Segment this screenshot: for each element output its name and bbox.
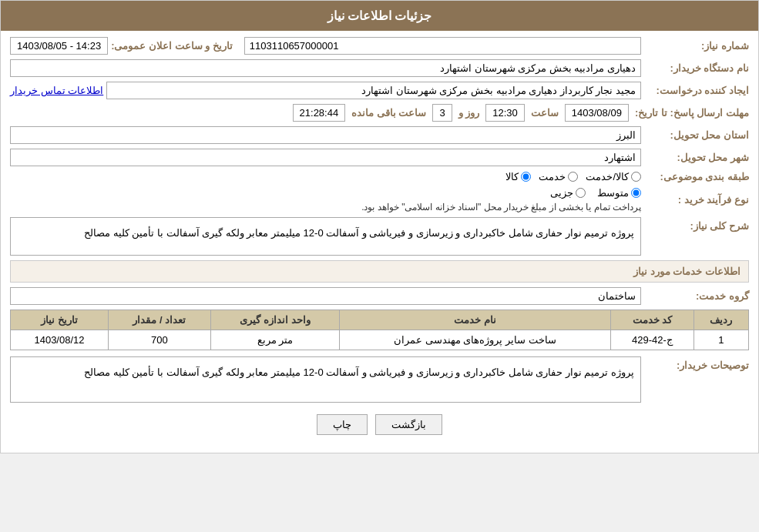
- creator-row: ایجاد کننده درخواست: مجید نجار کاربرداز …: [10, 82, 749, 99]
- response-time: 12:30: [485, 104, 525, 122]
- purchase-radio-group: متوسط جزیی: [10, 187, 641, 199]
- col-row-num: ردیف: [694, 310, 748, 330]
- org-value: دهیاری مرادبیه بخش مرکزی شهرستان اشتهارد: [10, 59, 641, 77]
- need-number-row: شماره نیاز: 1103110657000001 تاریخ و ساع…: [10, 37, 749, 55]
- print-button[interactable]: چاپ: [317, 414, 368, 435]
- services-section-title: اطلاعات خدمات مورد نیاز: [10, 260, 749, 283]
- city-row: شهر محل تحویل: اشتهارد: [10, 149, 749, 166]
- need-number-value: 1103110657000001: [244, 37, 641, 55]
- description-label: شرح کلی نیاز:: [641, 217, 749, 232]
- services-table-body: 1ج-42-429ساخت سایر پروژه‌های مهندسی عمرا…: [11, 330, 749, 350]
- category-label-kala: کالا: [505, 171, 519, 182]
- buyer-desc-label: توصیحات خریدار:: [641, 356, 749, 371]
- creator-value: مجید نجار کاربرداز دهیاری مرادبیه بخش مر…: [106, 82, 641, 99]
- province-label: استان محل تحویل:: [641, 129, 749, 141]
- province-row: استان محل تحویل: البرز: [10, 126, 749, 144]
- announce-label: تاریخ و ساعت اعلان عمومی:: [108, 40, 236, 52]
- response-time-label2: ساعت: [528, 107, 562, 119]
- response-time-row: مهلت ارسال پاسخ: تا تاریخ: 1403/08/09 سا…: [10, 104, 749, 122]
- need-number-label: شماره نیاز:: [641, 40, 749, 52]
- creator-label: ایجاد کننده درخواست:: [641, 85, 749, 96]
- purchase-option-motavasset[interactable]: متوسط: [597, 187, 641, 199]
- col-date: تاریخ نیاز: [11, 310, 109, 330]
- table-cell-code: ج-42-429: [610, 330, 694, 350]
- category-radio-kala-khedmat[interactable]: [631, 172, 641, 182]
- category-radio-group: کالا/خدمت خدمت کالا: [505, 171, 641, 182]
- category-label-kala-khedmat: کالا/خدمت: [586, 171, 629, 182]
- category-label-khedmat: خدمت: [539, 171, 566, 182]
- purchase-type-content: متوسط جزیی پرداخت تمام یا بخشی از مبلغ خ…: [10, 187, 641, 212]
- table-row: 1ج-42-429ساخت سایر پروژه‌های مهندسی عمرا…: [11, 330, 749, 350]
- contact-link[interactable]: اطلاعات تماس خریدار: [10, 85, 103, 96]
- purchase-type-label: نوع فرآیند خرید :: [641, 194, 749, 206]
- buyer-desc-value: پروژه ترمیم نوار حفاری شامل خاکبرداری و …: [10, 356, 641, 403]
- buyer-desc-row: توصیحات خریدار: پروژه ترمیم نوار حفاری ش…: [10, 356, 749, 403]
- response-days-label: روز و: [455, 107, 483, 119]
- table-cell-name: ساخت سایر پروژه‌های مهندسی عمران: [340, 330, 611, 350]
- response-date: 1403/08/09: [565, 104, 629, 122]
- city-label: شهر محل تحویل:: [641, 152, 749, 163]
- purchase-radio-jozi[interactable]: [576, 188, 586, 198]
- category-row: طبقه بندی موضوعی: کالا/خدمت خدمت کالا: [10, 171, 749, 182]
- purchase-radio-motavasset[interactable]: [631, 188, 641, 198]
- purchase-label-jozi: جزیی: [550, 187, 573, 199]
- page-header: جزئیات اطلاعات نیاز: [1, 1, 758, 31]
- col-qty: تعداد / مقدار: [108, 310, 210, 330]
- response-remaining-label: ساعت باقی مانده: [348, 107, 429, 119]
- service-group-value: ساختمان: [10, 287, 641, 305]
- purchase-option-jozi[interactable]: جزیی: [550, 187, 586, 199]
- service-group-label: گروه خدمت:: [641, 290, 749, 302]
- services-table: ردیف کد خدمت نام خدمت واحد اندازه گیری ت…: [10, 309, 749, 350]
- description-value: پروژه ترمیم نوار حفاری شامل خاکبرداری و …: [10, 217, 641, 256]
- response-time-fields: 1403/08/09 ساعت 12:30 روز و 3 ساعت باقی …: [293, 104, 629, 122]
- category-option-kala-khedmat[interactable]: کالا/خدمت: [586, 171, 641, 182]
- services-table-header-row: ردیف کد خدمت نام خدمت واحد اندازه گیری ت…: [11, 310, 749, 330]
- col-code: کد خدمت: [610, 310, 694, 330]
- province-value: البرز: [10, 126, 641, 144]
- category-label: طبقه بندی موضوعی:: [641, 171, 749, 182]
- description-row: شرح کلی نیاز: پروژه ترمیم نوار حفاری شام…: [10, 217, 749, 256]
- page-wrapper: جزئیات اطلاعات نیاز شماره نیاز: 11031106…: [0, 0, 759, 453]
- category-option-kala[interactable]: کالا: [505, 171, 531, 182]
- response-remaining: 21:28:44: [293, 104, 346, 122]
- response-days: 3: [432, 104, 452, 122]
- service-group-row: گروه خدمت: ساختمان: [10, 287, 749, 305]
- purchase-note: پرداخت تمام یا بخشی از مبلغ خریدار محل "…: [10, 202, 641, 212]
- announce-value: 1403/08/05 - 14:23: [10, 37, 108, 55]
- purchase-type-row: نوع فرآیند خرید : متوسط جزیی پرداخت تمام…: [10, 187, 749, 212]
- org-row: نام دستگاه خریدار: دهیاری مرادبیه بخش مر…: [10, 59, 749, 77]
- table-cell-date: 1403/08/12: [11, 330, 109, 350]
- org-label: نام دستگاه خریدار:: [641, 62, 749, 74]
- main-content: شماره نیاز: 1103110657000001 تاریخ و ساع…: [1, 31, 758, 453]
- category-option-khedmat[interactable]: خدمت: [539, 171, 578, 182]
- col-name: نام خدمت: [340, 310, 611, 330]
- purchase-label-motavasset: متوسط: [597, 187, 629, 199]
- button-row: بازگشت چاپ: [10, 414, 749, 435]
- back-button[interactable]: بازگشت: [375, 414, 442, 435]
- category-radio-khedmat[interactable]: [568, 172, 578, 182]
- city-value: اشتهارد: [10, 149, 641, 166]
- page-title: جزئیات اطلاعات نیاز: [327, 9, 432, 22]
- table-cell-qty: 700: [108, 330, 210, 350]
- response-time-label: مهلت ارسال پاسخ: تا تاریخ:: [629, 107, 749, 119]
- col-unit: واحد اندازه گیری: [210, 310, 339, 330]
- category-radio-kala[interactable]: [521, 172, 531, 182]
- table-cell-row: 1: [694, 330, 748, 350]
- services-table-header: ردیف کد خدمت نام خدمت واحد اندازه گیری ت…: [11, 310, 749, 330]
- table-cell-unit: متر مربع: [210, 330, 339, 350]
